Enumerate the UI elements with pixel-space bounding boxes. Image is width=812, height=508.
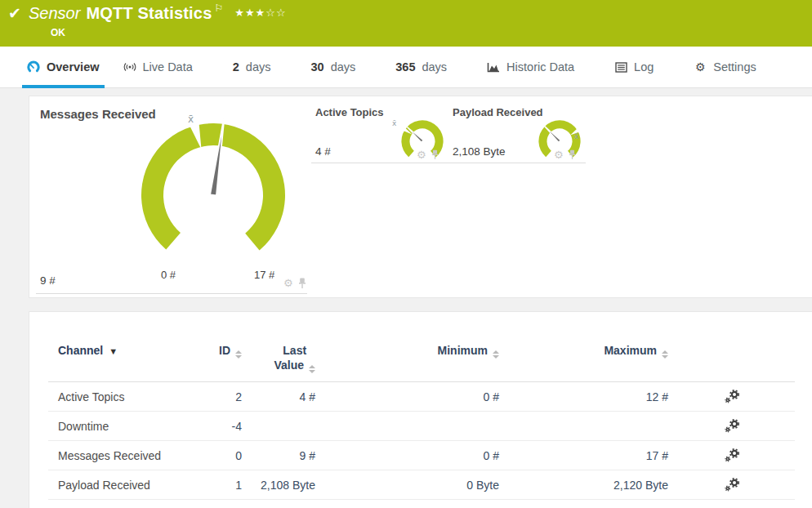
priority-stars[interactable]: ★★★☆☆ (234, 7, 286, 19)
historic-chart-icon (487, 60, 500, 74)
column-header-maximum[interactable]: Maximum (499, 343, 668, 359)
gauge-scale-max: 17 # (254, 269, 274, 281)
messages-received-gauge (132, 109, 295, 283)
channel-settings-gears-icon[interactable] (725, 478, 740, 492)
channel-name[interactable]: Downtime (48, 420, 205, 433)
tab-bar: Overview Live Data 2 days 30 days 365 da… (0, 47, 812, 88)
table-row[interactable]: Active Topics 2 4 # 0 # 12 # (48, 382, 795, 412)
mini-gauge-value: 2,108 Byte (453, 145, 506, 158)
channel-name[interactable]: Active Topics (48, 390, 205, 403)
gauges-card: Messages Received x̄ 0 # 17 # 9 # ⚙ Acti… (29, 96, 812, 298)
table-row[interactable]: Messages Received 0 9 # 0 # 17 # (48, 441, 795, 470)
page-title: MQTT Statistics (86, 4, 212, 22)
table-row[interactable]: Payload Received 1 2,108 Byte 0 Byte 2,1… (48, 470, 795, 500)
gauge-settings-gear-icon[interactable]: ⚙ (283, 277, 293, 289)
primary-gauge-value: 9 # (40, 274, 56, 287)
tab-live-data[interactable]: Live Data (123, 47, 193, 87)
mini-gauge-value: 4 # (315, 145, 331, 158)
column-header-id[interactable]: ID (205, 343, 242, 359)
channel-maximum: 17 # (499, 449, 668, 462)
channel-name[interactable]: Payload Received (48, 479, 205, 492)
tab-2-days[interactable]: 2 days (233, 47, 271, 87)
channel-minimum: 0 Byte (315, 479, 499, 492)
channel-last-value: 4 # (242, 390, 315, 403)
tab-30-days[interactable]: 30 days (310, 47, 355, 87)
table-header-row: Channel▼ ID Last Value Minimum Maximum (48, 343, 795, 382)
channels-table: Channel▼ ID Last Value Minimum Maximum (48, 343, 795, 500)
gauge-scale-min: 0 # (161, 269, 176, 281)
sort-arrows-icon (493, 350, 499, 359)
average-marker: x̄ (574, 132, 578, 140)
sort-arrows-icon (309, 365, 315, 373)
status-badge: OK (51, 27, 65, 38)
average-marker: x̄ (188, 114, 194, 125)
gauge-settings-gear-icon[interactable]: ⚙ (554, 149, 564, 161)
channel-maximum: 2,120 Byte (499, 479, 668, 492)
gauge-icon (27, 60, 40, 74)
channel-settings-gears-icon[interactable] (725, 448, 740, 462)
tab-historic-data[interactable]: Historic Data (487, 47, 574, 87)
gauge-settings-gear-icon[interactable]: ⚙ (417, 149, 426, 161)
channel-last-value: 9 # (242, 449, 315, 462)
channel-id: 1 (205, 479, 242, 492)
column-header-minimum[interactable]: Minimum (315, 343, 499, 359)
channels-table-card: Channel▼ ID Last Value Minimum Maximum (29, 311, 812, 508)
tab-settings[interactable]: ⚙ Settings (694, 47, 756, 87)
status-ok-check-icon: ✔ (8, 4, 21, 22)
mini-gauge-active-topics: Active Topics x̄ 4 # ⚙ (315, 106, 448, 165)
chevron-down-icon: ▼ (109, 344, 118, 359)
channel-maximum: 12 # (499, 390, 668, 403)
gear-icon: ⚙ (694, 60, 707, 74)
channel-settings-gears-icon[interactable] (725, 390, 740, 403)
channel-id: 2 (205, 390, 242, 403)
pin-icon[interactable] (298, 278, 306, 289)
sensor-status-bar: ✔ SensorMQTT Statistics⚐★★★☆☆ OK (0, 0, 812, 47)
log-icon (614, 60, 627, 74)
tab-overview[interactable]: Overview (27, 47, 100, 87)
object-kind-label: Sensor (29, 4, 80, 22)
mini-gauge-payload-received: Payload Received x̄ 2,108 Byte ⚙ (453, 106, 586, 165)
pin-icon[interactable] (431, 149, 439, 160)
tab-log[interactable]: Log (614, 47, 654, 87)
sort-arrows-icon (235, 350, 242, 359)
pin-icon[interactable] (569, 149, 576, 160)
channel-id: 0 (205, 449, 242, 462)
channel-id: -4 (205, 420, 242, 433)
tab-365-days[interactable]: 365 days (395, 47, 447, 87)
column-header-last-value[interactable]: Last Value (242, 343, 315, 373)
flag-icon[interactable]: ⚐ (215, 2, 224, 14)
average-marker: x̄ (392, 119, 396, 127)
overview-content: Messages Received x̄ 0 # 17 # 9 # ⚙ Acti… (0, 88, 812, 508)
channel-name[interactable]: Messages Received (48, 449, 205, 462)
column-header-channel[interactable]: Channel▼ (48, 343, 205, 359)
channel-settings-gears-icon[interactable] (725, 419, 740, 433)
channel-minimum: 0 # (315, 390, 499, 403)
table-row[interactable]: Downtime -4 (48, 412, 795, 441)
channel-minimum: 0 # (315, 449, 499, 462)
broadcast-icon (123, 60, 136, 74)
channel-last-value: 2,108 Byte (242, 479, 315, 492)
sort-arrows-icon (662, 350, 668, 359)
